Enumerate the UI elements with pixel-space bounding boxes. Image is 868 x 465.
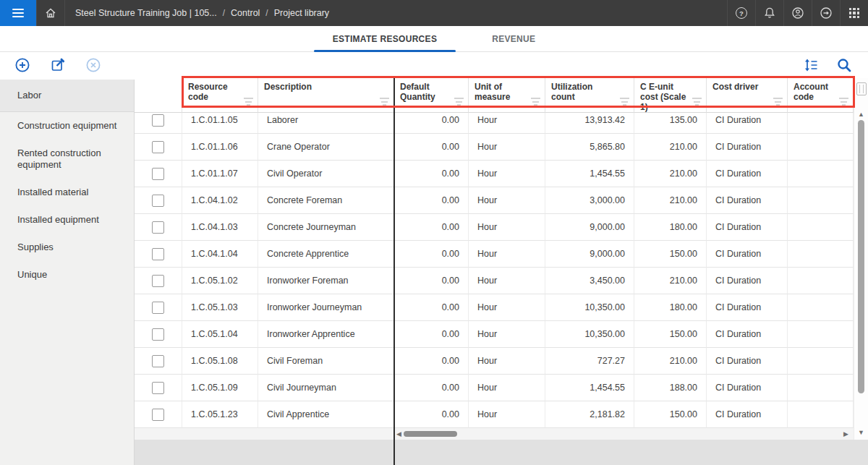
cell-unit_of_measure[interactable]: Hour — [469, 241, 545, 268]
row-checkbox[interactable] — [152, 248, 164, 260]
cell-cost_driver[interactable]: CI Duration — [707, 375, 788, 401]
cell-utilization_count[interactable]: 1,454.55 — [545, 161, 634, 187]
cell-ce_unit_cost[interactable]: 210.00 — [634, 348, 707, 375]
search-button[interactable] — [836, 57, 852, 73]
column-header-c-e-unit-cost-scale-1[interactable]: C E-unit cost (Scale 1) — [634, 78, 707, 113]
cell-cost_driver[interactable]: CI Duration — [707, 401, 788, 428]
cell-account_code[interactable] — [788, 214, 854, 241]
cell-ce_unit_cost[interactable]: 188.00 — [634, 375, 707, 401]
row-checkbox[interactable] — [152, 141, 164, 153]
table-row[interactable]: 1.C.05.1.09Civil Journeyman0.00Hour1,454… — [135, 375, 854, 401]
cell-description[interactable]: Concrete Journeyman — [258, 214, 394, 241]
table-row[interactable]: 1.C.05.1.02Ironworker Foreman0.00Hour3,4… — [135, 268, 854, 294]
filter-icon[interactable] — [244, 98, 253, 106]
vertical-scrollbar-thumb[interactable] — [858, 120, 864, 393]
cell-unit_of_measure[interactable]: Hour — [469, 375, 545, 401]
table-row[interactable]: 1.C.01.1.06Crane Operator0.00Hour5,865.8… — [135, 134, 854, 161]
cell-description[interactable]: Civil Operator — [258, 161, 394, 187]
sidebar-item-rented-construction-equipment[interactable]: Rented construction equipment — [0, 140, 134, 179]
row-select-cell[interactable] — [135, 375, 182, 401]
cell-code[interactable]: 1.C.04.1.03 — [182, 214, 258, 241]
sidebar-item-labor[interactable]: Labor — [0, 80, 134, 112]
column-header-resource-code[interactable]: Resource code — [182, 78, 258, 113]
cell-description[interactable]: Ironworker Foreman — [258, 268, 394, 294]
add-resource-button[interactable] — [14, 57, 30, 73]
cell-description[interactable]: Civil Journeyman — [258, 375, 394, 401]
cell-utilization_count[interactable]: 10,350.00 — [545, 321, 634, 348]
cell-description[interactable]: Civil Foreman — [258, 348, 394, 375]
cell-account_code[interactable] — [788, 348, 854, 375]
cell-ce_unit_cost[interactable]: 150.00 — [634, 401, 707, 428]
cell-code[interactable]: 1.C.05.1.04 — [182, 321, 258, 348]
row-checkbox[interactable] — [152, 114, 164, 127]
row-select-cell[interactable] — [135, 161, 182, 187]
row-height-button[interactable] — [804, 58, 819, 72]
filter-icon[interactable] — [692, 98, 702, 106]
cell-ce_unit_cost[interactable]: 210.00 — [634, 268, 707, 294]
cell-account_code[interactable] — [788, 401, 854, 428]
cell-unit_of_measure[interactable]: Hour — [469, 321, 545, 348]
cell-utilization_count[interactable]: 2,181.82 — [545, 401, 634, 428]
cell-ce_unit_cost[interactable]: 210.00 — [634, 161, 707, 187]
row-checkbox[interactable] — [152, 328, 164, 341]
filter-icon[interactable] — [380, 98, 389, 106]
breadcrumb-project[interactable]: Steel Structure Training Job | 105... — [75, 8, 217, 18]
sidebar-item-installed-equipment[interactable]: Installed equipment — [0, 206, 134, 234]
filter-icon[interactable] — [454, 98, 464, 106]
column-header-description[interactable]: Description — [258, 78, 394, 113]
cell-account_code[interactable] — [788, 161, 854, 187]
sign-out-button[interactable] — [812, 0, 840, 26]
cell-description[interactable]: Crane Operator — [258, 134, 394, 161]
column-header-default-quantity[interactable]: Default Quantity — [394, 78, 469, 113]
table-row[interactable]: 1.C.05.1.08Civil Foreman0.00Hour727.2721… — [135, 348, 854, 375]
row-select-cell[interactable] — [135, 268, 182, 294]
cell-account_code[interactable] — [788, 321, 854, 348]
cell-unit_of_measure[interactable]: Hour — [469, 401, 545, 428]
column-settings-icon[interactable] — [856, 82, 867, 95]
select-all-header-cell[interactable] — [135, 78, 182, 113]
cell-code[interactable]: 1.C.05.1.03 — [182, 294, 258, 321]
row-checkbox[interactable] — [152, 302, 164, 314]
cell-unit_of_measure[interactable]: Hour — [469, 348, 545, 375]
table-row[interactable]: 1.C.05.1.23Civil Apprentice0.00Hour2,181… — [135, 401, 854, 428]
cell-code[interactable]: 1.C.05.1.02 — [182, 268, 258, 294]
cell-unit_of_measure[interactable]: Hour — [469, 161, 545, 187]
cell-utilization_count[interactable]: 727.27 — [545, 348, 634, 375]
cell-ce_unit_cost[interactable]: 180.00 — [634, 294, 707, 321]
row-select-cell[interactable] — [135, 401, 182, 428]
cell-ce_unit_cost[interactable]: 180.00 — [634, 214, 707, 241]
cell-cost_driver[interactable]: CI Duration — [707, 134, 788, 161]
column-header-utilization-count[interactable]: Utilization count — [545, 78, 634, 113]
row-select-cell[interactable] — [135, 321, 182, 348]
row-checkbox[interactable] — [152, 382, 164, 394]
apps-menu-button[interactable] — [840, 0, 868, 26]
cell-utilization_count[interactable]: 9,000.00 — [545, 214, 634, 241]
column-header-unit-of-measure[interactable]: Unit of measure — [469, 78, 545, 113]
cell-default_quantity[interactable]: 0.00 — [394, 161, 469, 187]
row-select-cell[interactable] — [135, 241, 182, 268]
cell-utilization_count[interactable]: 3,000.00 — [545, 187, 634, 214]
cell-default_quantity[interactable]: 0.00 — [394, 241, 469, 268]
cell-default_quantity[interactable]: 0.00 — [394, 187, 469, 214]
cell-cost_driver[interactable]: CI Duration — [707, 321, 788, 348]
cell-utilization_count[interactable]: 1,454.55 — [545, 375, 634, 401]
cell-default_quantity[interactable]: 0.00 — [394, 321, 469, 348]
cell-default_quantity[interactable]: 0.00 — [394, 268, 469, 294]
horizontal-scrollbar-thumb[interactable] — [404, 431, 457, 437]
cell-unit_of_measure[interactable]: Hour — [469, 187, 545, 214]
sidebar-item-installed-material[interactable]: Installed material — [0, 179, 134, 206]
cell-description[interactable]: Civil Apprentice — [258, 401, 394, 428]
cell-unit_of_measure[interactable]: Hour — [469, 214, 545, 241]
filter-icon[interactable] — [531, 98, 540, 106]
sidebar-item-unique[interactable]: Unique — [0, 261, 134, 289]
filter-icon[interactable] — [620, 98, 629, 106]
cell-account_code[interactable] — [788, 187, 854, 214]
table-row[interactable]: 1.C.04.1.02Concrete Foreman0.00Hour3,000… — [135, 187, 854, 214]
cell-account_code[interactable] — [788, 241, 854, 268]
cell-default_quantity[interactable]: 0.00 — [394, 348, 469, 375]
cell-code[interactable]: 1.C.05.1.09 — [182, 375, 258, 401]
cell-default_quantity[interactable]: 0.00 — [394, 294, 469, 321]
row-select-cell[interactable] — [135, 187, 182, 214]
cell-cost_driver[interactable]: CI Duration — [707, 348, 788, 375]
row-checkbox[interactable] — [152, 195, 164, 207]
